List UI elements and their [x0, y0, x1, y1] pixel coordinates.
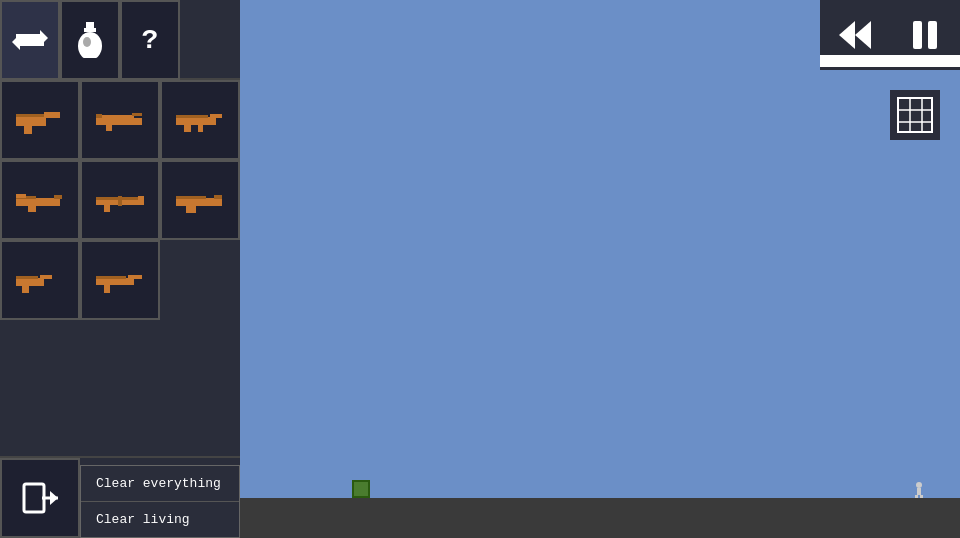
svg-rect-20	[176, 117, 216, 125]
weapon-slot-smg[interactable]	[160, 80, 240, 160]
svg-rect-37	[214, 195, 222, 199]
svg-rect-53	[928, 21, 937, 49]
weapon-row-2	[0, 160, 240, 240]
svg-rect-14	[16, 114, 44, 117]
weapon-row-1	[0, 80, 240, 160]
entity-green-square	[352, 480, 370, 498]
mg-icon	[14, 186, 66, 214]
svg-rect-36	[176, 196, 206, 199]
grid-icon	[897, 97, 933, 133]
svg-rect-3	[915, 495, 918, 498]
svg-rect-25	[16, 198, 60, 206]
progress-bar	[820, 55, 960, 67]
sidebar: ?	[0, 0, 240, 538]
potion-icon	[74, 22, 106, 58]
weapon-slot-smg2[interactable]	[80, 240, 160, 320]
clear-living-button[interactable]: Clear living	[81, 502, 239, 537]
exit-button[interactable]	[0, 458, 80, 538]
svg-rect-15	[96, 118, 142, 125]
svg-rect-13	[24, 126, 32, 134]
pause-icon	[907, 17, 943, 53]
weapon-slot-sniper[interactable]	[80, 160, 160, 240]
svg-rect-18	[106, 125, 112, 131]
pistol-icon	[14, 106, 66, 134]
rifle-icon	[94, 106, 146, 134]
pistol2-icon	[14, 266, 66, 294]
svg-marker-50	[839, 21, 855, 49]
svg-rect-22	[176, 115, 208, 118]
svg-rect-45	[96, 276, 126, 279]
svg-rect-41	[22, 286, 29, 293]
svg-rect-17	[132, 113, 142, 116]
smg-icon	[174, 106, 226, 134]
grid-toggle-button[interactable]	[890, 90, 940, 140]
svg-rect-42	[16, 276, 38, 279]
svg-marker-51	[855, 21, 871, 49]
svg-rect-34	[138, 196, 144, 200]
svg-rect-54	[898, 98, 932, 132]
weapon-slot-pistol2[interactable]	[0, 240, 80, 320]
weapon-slot-shotgun[interactable]	[160, 160, 240, 240]
svg-rect-43	[96, 278, 134, 285]
svg-rect-4	[920, 495, 923, 498]
shotgun-icon	[174, 186, 226, 214]
svg-rect-44	[128, 275, 142, 279]
svg-rect-29	[28, 206, 36, 212]
sniper-icon	[94, 186, 146, 214]
svg-rect-23	[184, 125, 191, 132]
exit-icon	[20, 478, 60, 518]
svg-rect-12	[44, 112, 60, 118]
svg-rect-11	[16, 116, 46, 126]
svg-rect-38	[186, 206, 196, 213]
svg-rect-32	[104, 205, 110, 212]
toolbar-spacer	[180, 0, 240, 78]
figure	[913, 482, 925, 498]
potion-button[interactable]	[60, 0, 120, 80]
clear-everything-button[interactable]: Clear everything	[81, 466, 239, 502]
svg-point-1	[916, 482, 922, 488]
svg-point-10	[83, 37, 91, 47]
weapon-slot-mg[interactable]	[0, 160, 80, 240]
svg-rect-40	[40, 275, 52, 279]
svg-rect-47	[24, 484, 44, 512]
bottom-left-area: Clear everything Clear living	[0, 458, 240, 538]
rewind-icon	[837, 17, 873, 53]
weapon-row-3	[0, 240, 240, 320]
game-area	[240, 0, 960, 498]
swap-icon	[12, 26, 48, 54]
svg-rect-2	[917, 488, 921, 495]
svg-rect-19	[96, 114, 102, 118]
top-toolbar: ?	[0, 0, 240, 80]
svg-rect-39	[16, 278, 44, 286]
swap-button[interactable]	[0, 0, 60, 80]
smg2-icon	[94, 266, 146, 294]
svg-marker-49	[50, 491, 58, 505]
svg-rect-21	[210, 114, 222, 118]
svg-rect-24	[198, 125, 203, 132]
svg-rect-8	[84, 28, 96, 32]
svg-rect-46	[104, 285, 110, 293]
progress-bar-container	[820, 55, 960, 67]
help-icon: ?	[142, 25, 159, 56]
help-button[interactable]: ?	[120, 0, 180, 80]
weapon-slot-pistol[interactable]	[0, 80, 80, 160]
ground	[240, 498, 960, 538]
svg-rect-33	[118, 196, 122, 206]
svg-rect-26	[54, 195, 62, 199]
weapon-grid	[0, 80, 240, 320]
svg-rect-28	[16, 194, 26, 198]
svg-rect-52	[913, 21, 922, 49]
weapon-slot-rifle[interactable]	[80, 80, 160, 160]
context-menu: Clear everything Clear living	[80, 465, 240, 538]
svg-rect-35	[176, 198, 222, 206]
